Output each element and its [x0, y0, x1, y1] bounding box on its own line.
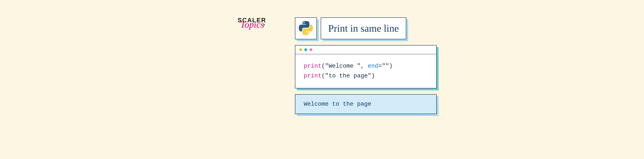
- window-dot-yellow: [299, 48, 302, 51]
- code-editor-card: print("Welcome ", end="") print("to the …: [295, 45, 437, 88]
- code-line-2: print("to the page"): [304, 71, 428, 81]
- window-dot-pink: [310, 48, 312, 51]
- title-card: Print in same line: [321, 18, 406, 39]
- window-controls: [295, 46, 436, 54]
- window-dot-cyan: [304, 48, 307, 51]
- scaler-topics-logo: SCALER Topics: [238, 18, 266, 28]
- python-icon-card: [295, 18, 317, 39]
- python-icon: [299, 21, 313, 36]
- title-text: Print in same line: [328, 22, 399, 34]
- output-text: Welcome to the page: [304, 101, 371, 108]
- output-card: Welcome to the page: [295, 94, 437, 114]
- logo-line2: Topics: [240, 22, 266, 27]
- code-line-1: print("Welcome ", end=""): [304, 61, 428, 71]
- code-block: print("Welcome ", end="") print("to the …: [295, 54, 436, 88]
